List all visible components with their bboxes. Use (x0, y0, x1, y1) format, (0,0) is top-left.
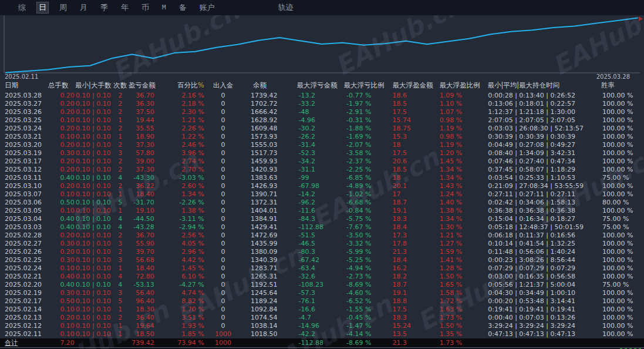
table-row[interactable]: 2025.02.110.100.10 | 0.10118.501.85 %100… (0, 330, 644, 338)
table-row[interactable]: 2025.02.170.500.10 | 0.10596.408.82 %011… (0, 297, 644, 306)
column-header-d[interactable]: 日期 (0, 81, 48, 91)
column-header-mm[interactable]: 最小|大手数 (75, 81, 112, 91)
cell-n: 3 (112, 256, 129, 264)
cell-t: 0:00:20 | 0:53:48 | 3:14:41 (462, 297, 599, 306)
cell-fpp: 1.65 % (418, 281, 462, 289)
cell-cash: 0 (204, 116, 242, 125)
table-row[interactable]: 2025.03.060.500.10 | 0.105-31.70-2.26 %0… (0, 199, 644, 207)
table-row[interactable]: 2025.02.270.300.10 | 0.10355.904.05 %014… (0, 240, 644, 248)
cell-flp: -2.73 % (329, 273, 371, 281)
menu-tab-周[interactable]: 周 (58, 2, 69, 13)
table-row[interactable]: 2025.03.040.400.10 | 0.104-44.50-3.11 %0… (0, 215, 644, 223)
cell-lots: 0.20 (48, 314, 75, 322)
cell-win: 100.00 % (599, 100, 644, 108)
table-row[interactable]: 2025.03.070.100.10 | 0.10118.401.34 %013… (0, 190, 644, 199)
cell-mm: 0.10 | 0.10 (75, 223, 112, 231)
cell-cash: 0 (204, 133, 242, 141)
cell-pct: 1.21 % (154, 116, 204, 125)
cell-win: 100.00 % (599, 231, 644, 240)
cell-lots: 0.30 (48, 240, 75, 248)
menu-tab-账户[interactable]: 账户 (198, 2, 217, 13)
cell-cash: 0 (204, 256, 242, 264)
cell-lots: 0.10 (48, 264, 75, 273)
cell-flp: -0.84 % (329, 207, 371, 215)
table-row[interactable]: 2025.03.050.100.10 | 0.10119.101.38 %014… (0, 207, 644, 215)
cell-fpp: 1.45 % (418, 157, 462, 166)
cell-win: 100.00 % (599, 330, 644, 338)
cell-lots: 0.40 (48, 281, 75, 289)
table-row[interactable]: 2025.02.200.400.10 | 0.104-53.13-4.27 %0… (0, 281, 644, 289)
cell-fpp: 1.35 % (418, 330, 462, 338)
table-row[interactable]: 2025.03.210.100.10 | 0.10118.901.22 %015… (0, 133, 644, 141)
table-row[interactable]: 2025.03.030.400.10 | 0.104-43.28-2.94 %0… (0, 223, 644, 231)
cell-fpp: 1.20 % (418, 149, 462, 157)
cell-flp: -6.68 % (329, 199, 371, 207)
table-row[interactable]: 2025.03.110.400.10 | 0.104-43.30-3.03 %0… (0, 174, 644, 182)
column-header-t[interactable]: 最小|平均|最大持仓时间 (462, 81, 599, 91)
column-header-cash[interactable]: 出入金 (204, 81, 242, 91)
table-row[interactable]: 2025.03.120.200.10 | 0.10237.302.70 %014… (0, 166, 644, 174)
table-row[interactable]: 2025.02.250.300.10 | 0.10356.684.42 %013… (0, 256, 644, 264)
table-row[interactable]: 2025.03.190.300.10 | 0.10357.803.96 %015… (0, 149, 644, 157)
cell-d: 2025.02.13 (0, 314, 48, 322)
cell-flp: -1.69 % (329, 133, 371, 141)
cell-mm: 0.10 | 0.10 (75, 133, 112, 141)
table-row[interactable]: 2025.02.140.100.10 | 0.10118.301.70 %010… (0, 306, 644, 314)
menu-tab-备[interactable]: 备 (177, 2, 188, 13)
column-header-fpa[interactable]: 最大浮盈金额 (371, 81, 418, 91)
table-row[interactable]: 2025.03.270.200.10 | 0.10236.302.18 %017… (0, 100, 644, 108)
table-row[interactable]: 2025.02.120.100.10 | 0.10119.641.93 %010… (0, 322, 644, 330)
menu-tab-季[interactable]: 季 (99, 2, 110, 13)
table-row[interactable]: 2025.03.170.200.10 | 0.10239.002.74 %014… (0, 157, 644, 166)
menu-tab-币[interactable]: 币 (140, 2, 151, 13)
table-row[interactable]: 2025.03.260.200.10 | 0.10237.502.30 %016… (0, 108, 644, 116)
cell-d: 2025.02.21 (0, 273, 48, 281)
column-header-flp[interactable]: 最大浮亏比例 (329, 81, 371, 91)
table-row[interactable]: 2025.03.240.200.10 | 0.10235.552.26 %016… (0, 125, 644, 133)
table-row[interactable]: 2025.02.280.200.10 | 0.10236.702.56 %014… (0, 231, 644, 240)
menu-tab-轨迹[interactable]: 轨迹 (277, 2, 295, 13)
cell-cash: 1000 (204, 330, 242, 338)
column-header-fla[interactable]: 最大浮亏金额 (277, 81, 329, 91)
cell-fpa: 18.4 (371, 256, 418, 264)
cell-cash: 0 (204, 281, 242, 289)
cell-mm: 0.10 | 0.10 (75, 207, 112, 215)
column-header-pnl[interactable]: 盈亏金额 (129, 81, 154, 91)
total-cell-fla: -112.88 (278, 338, 329, 347)
menu-tab-M[interactable]: M (160, 2, 168, 13)
table-row[interactable]: 2025.02.260.200.10 | 0.10239.702.96 %013… (0, 248, 644, 256)
cell-lots: 0.30 (48, 289, 75, 297)
cell-fpa: 18.3 (371, 215, 418, 223)
cell-t: 0:36:38 | 0:36:38 | 0:36:38 (462, 207, 599, 215)
cell-flp: -4.89 % (329, 182, 371, 190)
menu-tab-月[interactable]: 月 (78, 2, 89, 13)
table-row[interactable]: 2025.03.100.200.10 | 0.10236.222.60 %014… (0, 182, 644, 190)
table-row[interactable]: 2025.02.210.400.10 | 0.10472.806.10 %012… (0, 273, 644, 281)
column-header-n[interactable]: 次数 (112, 81, 129, 91)
cell-flp: -0.45 % (329, 314, 371, 322)
menu-tab-年[interactable]: 年 (119, 2, 130, 13)
column-header-win[interactable]: 胜率 (599, 81, 644, 91)
table-row[interactable]: 2025.02.240.100.10 | 0.10118.401.45 %012… (0, 264, 644, 273)
table-row[interactable]: 2025.02.130.200.10 | 0.10236.403.51 %010… (0, 314, 644, 322)
menu-tab-日[interactable]: 日 (37, 2, 48, 13)
column-header-bal[interactable]: 余额 (242, 81, 277, 91)
total-cell-mm (75, 338, 112, 347)
cell-n: 3 (112, 289, 129, 297)
column-header-lots[interactable]: 总手数 (48, 81, 75, 91)
table-row[interactable]: 2025.03.250.100.10 | 0.10119.441.21 %016… (0, 116, 644, 125)
cell-fpa: 18.75 (371, 125, 418, 133)
cell-fpa: 17.5 (371, 149, 418, 157)
cell-pnl: 18.50 (129, 330, 154, 338)
cell-cash: 0 (204, 207, 242, 215)
menu-tab-综[interactable]: 综 (16, 2, 28, 13)
table-row[interactable]: 2025.03.200.200.10 | 0.10237.302.46 %015… (0, 141, 644, 149)
table-row[interactable]: 2025.03.280.200.10 | 0.10236.702.16 %017… (0, 92, 644, 100)
column-header-fpp[interactable]: 最大浮盈比例 (418, 81, 462, 91)
table-row[interactable]: 2025.02.190.300.10 | 0.10356.404.74 %012… (0, 289, 644, 297)
cell-cash: 0 (204, 166, 242, 174)
cell-fpa: 15.3 (371, 133, 418, 141)
column-header-pct[interactable]: 百分比% (154, 81, 204, 91)
cell-lots: 0.20 (48, 92, 75, 100)
cell-t: 0:05:18 | 12:48:37 | 50:01:59 (462, 223, 599, 231)
